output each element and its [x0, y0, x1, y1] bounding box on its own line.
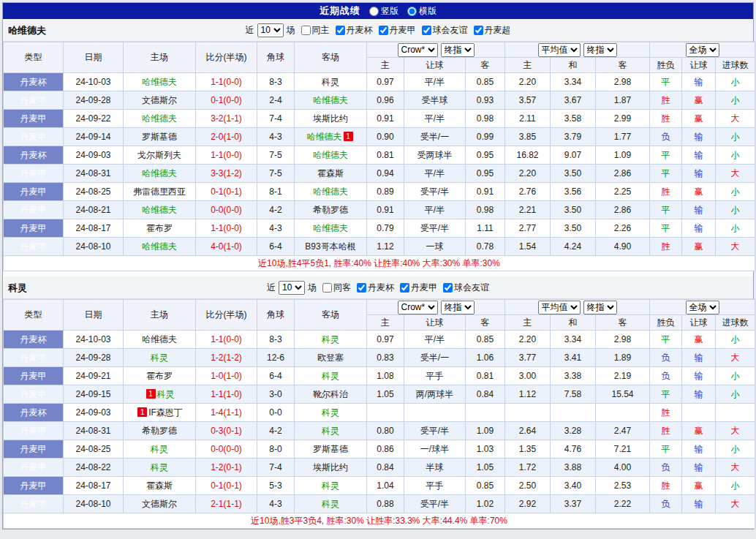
layout-option-vertical[interactable]: 竖版 [369, 5, 398, 18]
away-team: 哈维德夫 [295, 219, 367, 238]
home-team: 科灵 [124, 440, 196, 459]
handicap-odds-away: 0.93 [466, 91, 505, 110]
league-checkbox[interactable] [379, 26, 388, 35]
fulltime-result-group: 全场 [650, 42, 755, 58]
league-checkbox[interactable] [474, 26, 483, 35]
league-checkbox[interactable] [400, 283, 409, 293]
away-team-name: 科灵 [322, 334, 339, 344]
match-row: 丹麦杯24-09-031IF森恩丁1-4(1-1)0-0科灵胜 [4, 404, 755, 422]
match-row: 丹麦甲24-09-22哈维德夫3-2(1-1)7-4埃斯比约0.91平/半0.9… [4, 110, 755, 128]
handicap-line: 受平/半 [404, 495, 466, 513]
result-handicap: 输 [682, 128, 716, 146]
corner-count: 7-5 [257, 165, 295, 183]
team-section-kolding: 科灵 近 10 场 同客 丹麦杯丹麦甲球会友谊 类型 日期 主场 [3, 276, 753, 529]
league-filter[interactable]: 丹麦杯 [357, 282, 394, 294]
league-filter[interactable]: 丹麦甲 [400, 282, 437, 294]
home-team-name: 哈维德夫 [142, 205, 177, 215]
same-side-checkbox[interactable] [301, 26, 311, 35]
same-side-checkbox[interactable] [322, 283, 332, 293]
result-handicap: 赢 [682, 331, 716, 349]
result-handicap: 输 [682, 385, 716, 404]
match-row: 丹麦甲24-08-31希勒罗德0-3(0-1)4-2科灵0.80受平/半1.09… [4, 422, 755, 440]
average-final-select[interactable]: 终指 [583, 301, 617, 314]
red-card-badge: 1 [137, 407, 147, 417]
match-score: 3-3(1-2) [196, 165, 257, 183]
avg-odds-home: 2.20 [505, 331, 551, 349]
vertical-layout-radio[interactable] [369, 7, 379, 16]
match-count-select[interactable]: 10 [279, 281, 305, 295]
match-score: 1-4(1-1) [196, 404, 257, 422]
horizontal-layout-radio[interactable] [407, 7, 417, 16]
home-team: 哈维德夫 [124, 238, 196, 256]
handicap-odds-away: 1.02 [466, 495, 505, 513]
avg-odds-away: 15.54 [596, 385, 650, 404]
result-outcome: 胜 [650, 404, 682, 422]
home-team: 哈维德夫 [124, 165, 196, 183]
league-label: 丹麦杯 [347, 24, 373, 37]
league-filter[interactable]: 球会友谊 [422, 24, 468, 37]
match-row: 丹麦甲24-09-151科灵1-1(1-0)3-0靴尔科治1.05两/两球半0.… [4, 385, 755, 404]
result-goals [716, 404, 755, 422]
average-select[interactable]: 平均值 [538, 301, 581, 314]
fulltime-result-group: 全场 [650, 300, 755, 315]
col-header-type: 类型 [4, 300, 64, 331]
same-side-filter[interactable]: 同主 [301, 24, 330, 37]
league-filter[interactable]: 球会友谊 [443, 282, 489, 294]
handicap-odds-home: 0.81 [367, 146, 404, 165]
league-checkbox[interactable] [422, 26, 431, 35]
league-label: 丹麦杯 [368, 282, 394, 294]
avg-odds-away: 1.09 [596, 146, 650, 165]
avg-odds-draw: 7.58 [551, 385, 596, 404]
same-side-filter[interactable]: 同客 [322, 282, 351, 294]
away-team-name: 罗斯基德 [313, 444, 348, 454]
avg-odds-draw: 3.28 [551, 422, 596, 440]
fulltime-select[interactable]: 全场 [686, 301, 719, 314]
match-date: 24-09-15 [64, 385, 124, 404]
col-header-result-handicap: 让球 [682, 315, 716, 331]
league-type: 丹麦甲 [4, 459, 64, 477]
odds-final-select[interactable]: 终指 [441, 301, 475, 314]
league-type: 丹麦甲 [4, 367, 64, 385]
away-team-name: 靴尔科治 [313, 389, 348, 399]
avg-odds-draw: 9.07 [551, 146, 596, 165]
handicap-odds-away: 1.06 [466, 349, 505, 367]
games-label: 场 [287, 24, 295, 37]
match-date: 24-08-25 [64, 440, 124, 459]
match-date: 24-08-10 [64, 238, 124, 256]
league-filter[interactable]: 丹麦超 [474, 24, 511, 37]
league-checkbox[interactable] [336, 26, 345, 35]
odds-final-select[interactable]: 终指 [441, 43, 475, 57]
odds-company-select[interactable]: Crow* [398, 43, 438, 57]
match-count-select[interactable]: 10 [257, 23, 284, 37]
layout-option-horizontal[interactable]: 横版 [407, 5, 436, 18]
result-goals: 小 [716, 201, 755, 219]
avg-odds-home: 1.35 [505, 440, 551, 459]
horizontal-layout-label: 横版 [419, 5, 436, 18]
odds-company-select[interactable]: Crow* [398, 301, 438, 314]
near-label: 近 [267, 282, 276, 294]
fulltime-select[interactable]: 全场 [686, 43, 719, 57]
corner-count: 3-0 [257, 385, 295, 404]
handicap-odds-home: 0.83 [367, 349, 404, 367]
home-team-name: 霍森斯 [146, 480, 173, 491]
league-filter[interactable]: 丹麦甲 [379, 24, 416, 37]
league-checkbox[interactable] [443, 283, 453, 293]
col-header-odds-handicap: 让球 [404, 58, 466, 73]
match-row: 丹麦杯24-10-03哈维德夫1-1(0-0)8-3科灵0.97平/半0.852… [4, 73, 755, 91]
col-header-odds-home: 主 [367, 315, 404, 331]
away-team: 科灵 [295, 495, 367, 513]
league-checkbox[interactable] [357, 283, 366, 293]
corner-count: 7-5 [257, 146, 295, 165]
home-team: 霍布罗 [124, 367, 196, 385]
avg-odds-away: 2.99 [596, 110, 650, 128]
league-filter[interactable]: 丹麦杯 [336, 24, 373, 37]
result-outcome: 负 [650, 459, 682, 477]
match-date: 24-08-10 [64, 495, 124, 513]
avg-odds-home: 3.77 [505, 349, 551, 367]
corner-count: 6-4 [257, 367, 295, 385]
average-select[interactable]: 平均值 [538, 43, 581, 57]
avg-odds-draw: 3.34 [551, 73, 596, 91]
col-header-home: 主场 [124, 300, 196, 331]
average-final-select[interactable]: 终指 [583, 43, 617, 57]
away-team-name: 科灵 [322, 77, 339, 87]
